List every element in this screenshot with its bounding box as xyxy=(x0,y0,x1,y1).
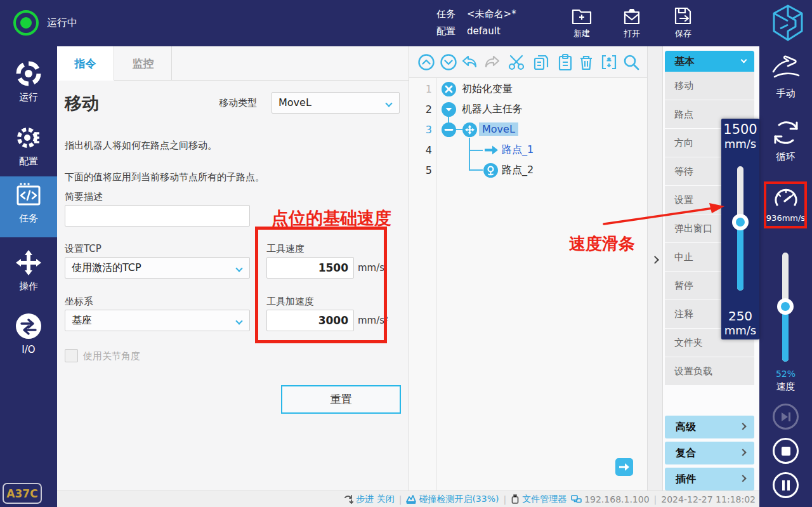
pause-icon xyxy=(782,480,790,491)
move-type-value: MoveL xyxy=(278,96,311,109)
sidebar-item-label: I/O xyxy=(22,344,35,355)
move-node-up-button[interactable] xyxy=(417,53,435,71)
search-button[interactable] xyxy=(622,53,640,71)
use-joint-angles-checkbox[interactable] xyxy=(65,349,78,362)
config-value: default xyxy=(467,25,501,37)
collision-detect-status[interactable]: 碰撞检测开启(33%) xyxy=(406,494,499,505)
step-mode-icon xyxy=(344,495,353,504)
sidebar-item-io[interactable]: I/O xyxy=(0,308,57,367)
tree-row-init-vars[interactable]: 1 初始化变量 xyxy=(409,79,647,100)
slider-max-value: 1500 xyxy=(721,122,759,137)
slider-min-value: 250 xyxy=(721,308,759,324)
chevron-down-icon xyxy=(235,317,242,324)
tool-acceleration-input[interactable] xyxy=(266,310,354,331)
right-sidebar: 手动 循环 936mm/s 52% 速度 xyxy=(759,46,812,507)
instr-item-move[interactable]: 移动 xyxy=(665,72,754,100)
sidebar-item-config[interactable]: 配置 xyxy=(0,119,57,179)
brand-logo xyxy=(770,3,806,45)
reset-button[interactable]: 重置 xyxy=(281,385,401,414)
brief-description-input[interactable] xyxy=(65,205,250,227)
open-task-button[interactable]: 打开 xyxy=(613,6,651,39)
annotation-base-speed: 点位的基础速度 xyxy=(272,207,391,230)
waypoint-arrow-icon xyxy=(483,143,499,157)
redo-button[interactable] xyxy=(483,53,501,71)
file-manager-link[interactable]: 文件管理器 xyxy=(511,494,566,505)
robot-teach-pendant-app: 运行中 任务<未命名>* 配置default 新建 打开 保存 运行 配置 xyxy=(0,0,812,507)
collapse-nodes-button[interactable] xyxy=(600,53,618,71)
pause-button[interactable] xyxy=(773,472,799,498)
global-speed-slider-handle[interactable] xyxy=(777,298,794,315)
tree-node-label: 初始化变量 xyxy=(462,82,513,96)
section-composite-label: 复合 xyxy=(676,447,696,459)
section-plugin[interactable]: 插件 xyxy=(665,468,754,491)
tool-speed-input[interactable] xyxy=(266,257,354,279)
delete-button[interactable] xyxy=(577,53,595,71)
coordinate-frame-label: 坐标系 xyxy=(65,296,93,308)
tree-row-waypoint-2[interactable]: 5 路点_2 xyxy=(409,161,647,181)
collapse-minus-icon[interactable] xyxy=(442,122,456,137)
manual-mode-button[interactable]: 手动 xyxy=(759,55,812,100)
usb-drive-icon xyxy=(511,494,520,504)
code-window-icon xyxy=(14,180,43,209)
save-task-button[interactable]: 保存 xyxy=(664,6,702,39)
step-forward-button[interactable] xyxy=(773,404,799,430)
task-label: 任务 xyxy=(436,6,458,23)
step-mode-status[interactable]: 步进 关闭 xyxy=(344,494,394,505)
tcp-select[interactable]: 使用激活的TCP xyxy=(65,257,250,279)
sidebar-item-operate[interactable]: 操作 xyxy=(0,244,57,304)
section-advanced[interactable]: 高级 xyxy=(665,416,754,438)
copy-button[interactable] xyxy=(532,53,550,71)
tab-monitor[interactable]: 监控 xyxy=(115,46,172,81)
speed-display-button[interactable]: 936mm/s xyxy=(759,186,812,223)
loop-mode-button[interactable]: 循环 xyxy=(759,117,812,163)
collision-icon xyxy=(406,494,416,504)
speed-display-value: 936mm/s xyxy=(766,213,805,223)
sidebar-item-task[interactable]: 任务 xyxy=(0,176,57,237)
tree-node-label: 路点_2 xyxy=(502,164,534,177)
status-bar: 步进 关闭 | 碰撞检测开启(33%) | 文件管理器 192.168.1.10… xyxy=(57,491,759,507)
sidebar-item-run[interactable]: 运行 xyxy=(0,55,57,115)
open-task-label: 打开 xyxy=(613,28,651,39)
step-forward-icon xyxy=(780,412,792,422)
speedometer-icon xyxy=(773,186,799,209)
speed-slider-handle[interactable] xyxy=(732,214,749,230)
tree-node-label-selected: MoveL xyxy=(479,123,518,135)
tcp-value: 使用激活的TCP xyxy=(72,261,141,273)
io-swap-icon xyxy=(14,312,43,341)
sidebar-item-label: 任务 xyxy=(19,213,38,224)
tree-toolbar xyxy=(409,46,647,78)
line-number: 2 xyxy=(409,103,432,115)
cut-button[interactable] xyxy=(508,53,525,71)
coordinate-frame-value: 基座 xyxy=(72,314,92,326)
tool-acceleration-label: 工具加速度 xyxy=(266,296,314,308)
tool-acceleration-unit: mm/s² xyxy=(358,315,388,326)
move-type-select[interactable]: MoveL xyxy=(272,92,400,114)
stop-button[interactable] xyxy=(773,438,799,464)
move-node-down-button[interactable] xyxy=(440,53,457,71)
sidebar-item-label: 配置 xyxy=(19,155,38,167)
instr-item-payload[interactable]: 设置负载 xyxy=(665,357,754,385)
top-bar: 运行中 任务<未命名>* 配置default 新建 打开 保存 xyxy=(0,0,812,46)
stop-icon xyxy=(782,447,790,456)
main-task-collapse-icon xyxy=(442,102,456,117)
run-status-label: 运行中 xyxy=(47,16,77,30)
tab-bar: 指令 监控 xyxy=(57,46,409,81)
line-number: 5 xyxy=(409,164,432,176)
coordinate-frame-select[interactable]: 基座 xyxy=(65,310,250,331)
undo-button[interactable] xyxy=(461,53,478,71)
move-node-icon xyxy=(462,122,477,137)
panel-collapse-handle[interactable] xyxy=(647,46,663,491)
tree-row-movel[interactable]: 3 MoveL xyxy=(409,120,647,140)
tree-row-waypoint-1[interactable]: 4 路点_1 xyxy=(409,140,647,161)
scroll-to-node-button[interactable] xyxy=(615,458,633,476)
speed-slider-popup: 1500 mm/s 250 mm/s xyxy=(721,119,759,339)
tree-row-main-task[interactable]: 2 机器人主任务 xyxy=(409,100,647,120)
new-task-button[interactable]: 新建 xyxy=(563,6,601,39)
slider-min-unit: mm/s xyxy=(721,324,759,337)
loop-icon xyxy=(770,117,802,148)
section-basic[interactable]: 基本 xyxy=(665,51,754,72)
section-composite[interactable]: 复合 xyxy=(665,442,754,464)
tab-instruction[interactable]: 指令 xyxy=(57,46,114,81)
paste-button[interactable] xyxy=(556,53,574,71)
use-joint-angles-label: 使用关节角度 xyxy=(83,350,140,362)
